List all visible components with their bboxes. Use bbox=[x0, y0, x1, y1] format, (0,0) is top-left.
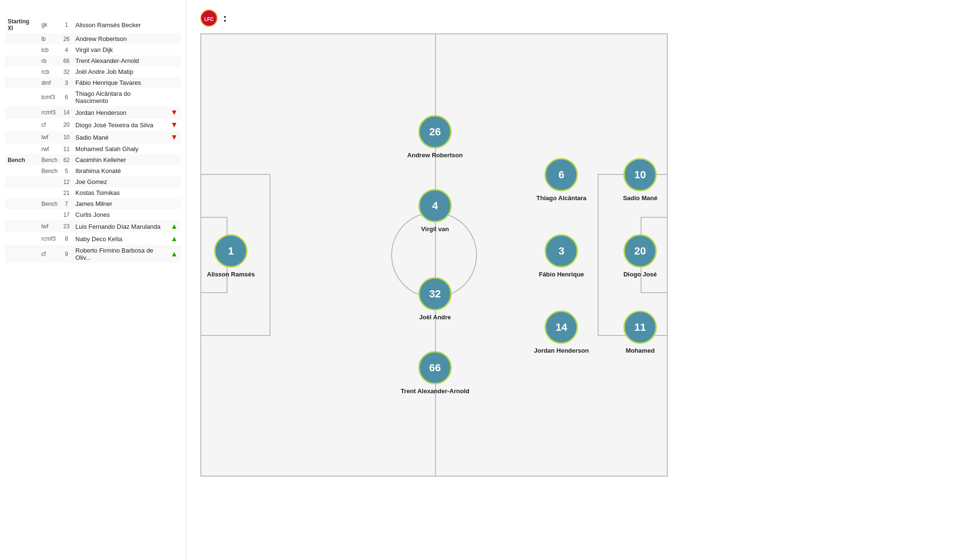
player-label-gk: Alisson Ramsés bbox=[207, 271, 255, 278]
player-label-rcmf3: Jordan Henderson bbox=[534, 347, 589, 354]
row-position: dmf bbox=[39, 77, 61, 88]
row-section bbox=[5, 55, 39, 66]
row-arrow: ▼ bbox=[167, 131, 181, 143]
row-player-name: Caoimhin Kelleher bbox=[73, 154, 167, 165]
row-number: 62 bbox=[61, 154, 73, 165]
row-player-name: Roberto Firmino Barbosa de Oliv... bbox=[73, 245, 167, 263]
club-badge: LFC bbox=[200, 10, 218, 27]
player-label-lcmf3: Thiago Alcântara bbox=[537, 194, 587, 202]
row-player-name: Luis Fernando Díaz Marulanda bbox=[73, 220, 167, 233]
row-arrow bbox=[167, 198, 181, 209]
right-panel: LFC : 1Alisson Ramsés26Andrew Robertson4… bbox=[186, 0, 954, 560]
player-circle-rcb: 32 bbox=[418, 277, 452, 311]
row-arrow: ▲ bbox=[167, 245, 181, 263]
player-label-cf: Diogo José bbox=[623, 271, 657, 278]
row-player-name: Ibrahima Konaté bbox=[73, 165, 167, 176]
player-node-gk: 1Alisson Ramsés bbox=[207, 234, 255, 278]
player-circle-rwf: 11 bbox=[623, 311, 657, 344]
row-section bbox=[5, 77, 39, 88]
player-node-rb: 66Trent Alexander-Arnold bbox=[401, 351, 469, 395]
row-arrow: ▲ bbox=[167, 233, 181, 245]
row-player-name: Virgil van Dijk bbox=[73, 44, 167, 55]
row-number: 32 bbox=[61, 66, 73, 77]
row-number: 9 bbox=[61, 245, 73, 263]
pitch: 1Alisson Ramsés26Andrew Robertson4Virgil… bbox=[200, 33, 668, 477]
player-label-rb: Trent Alexander-Arnold bbox=[401, 387, 469, 395]
row-section: Bench bbox=[5, 154, 39, 165]
player-label-lcb: Virgil van bbox=[421, 225, 449, 233]
row-number: 21 bbox=[61, 187, 73, 198]
row-number: 20 bbox=[61, 119, 73, 131]
player-node-lb: 26Andrew Robertson bbox=[407, 115, 463, 159]
row-arrow bbox=[167, 44, 181, 55]
player-circle-rb: 66 bbox=[418, 351, 452, 385]
arrow-down-icon: ▼ bbox=[170, 121, 178, 129]
player-label-lb: Andrew Robertson bbox=[407, 152, 463, 159]
row-section: Starting XI bbox=[5, 16, 39, 33]
player-node-lcb: 4Virgil van bbox=[418, 189, 452, 233]
row-position: Bench bbox=[39, 198, 61, 209]
row-section bbox=[5, 119, 39, 131]
row-arrow: ▲ bbox=[167, 220, 181, 233]
row-player-name: Naby Deco Keïta bbox=[73, 233, 167, 245]
lineup-table: Starting XIgk1Alisson Ramsés Beckerlb26A… bbox=[5, 16, 181, 263]
player-label-dmf: Fábio Henrique bbox=[539, 271, 584, 278]
row-number: 26 bbox=[61, 33, 73, 44]
arrow-down-icon: ▼ bbox=[170, 108, 178, 116]
row-arrow: ▼ bbox=[167, 106, 181, 119]
row-section bbox=[5, 88, 39, 106]
player-circle-rcmf3: 14 bbox=[545, 311, 578, 344]
arrow-up-icon: ▲ bbox=[170, 234, 178, 243]
row-player-name: Sadio Mané bbox=[73, 131, 167, 143]
row-position: rcmf3 bbox=[39, 106, 61, 119]
row-number: 6 bbox=[61, 88, 73, 106]
row-number: 7 bbox=[61, 198, 73, 209]
row-arrow bbox=[167, 77, 181, 88]
row-number: 3 bbox=[61, 77, 73, 88]
row-position: lwf bbox=[39, 131, 61, 143]
row-section bbox=[5, 106, 39, 119]
row-player-name: Fábio Henrique Tavares bbox=[73, 77, 167, 88]
player-node-rcb: 32Joël Andre bbox=[418, 277, 452, 321]
row-player-name: Joël Andre Job Matip bbox=[73, 66, 167, 77]
row-player-name: Thiago Alcântara do Nascimento bbox=[73, 88, 167, 106]
row-number: 14 bbox=[61, 106, 73, 119]
row-number: 23 bbox=[61, 220, 73, 233]
row-section bbox=[5, 187, 39, 198]
row-section bbox=[5, 165, 39, 176]
row-position bbox=[39, 187, 61, 198]
row-number: 10 bbox=[61, 131, 73, 143]
row-player-name: Mohamed Salah Ghaly bbox=[73, 143, 167, 154]
row-position: cf bbox=[39, 245, 61, 263]
row-position: lwf bbox=[39, 220, 61, 233]
row-section bbox=[5, 220, 39, 233]
row-number: 17 bbox=[61, 209, 73, 220]
row-number: 11 bbox=[61, 143, 73, 154]
row-position bbox=[39, 209, 61, 220]
row-position: lcmf3 bbox=[39, 88, 61, 106]
player-label-lwf: Sadio Mané bbox=[623, 194, 657, 202]
formation-header: LFC : bbox=[200, 10, 940, 27]
row-number: 4 bbox=[61, 44, 73, 55]
left-panel: Starting XIgk1Alisson Ramsés Beckerlb26A… bbox=[0, 0, 186, 560]
row-player-name: Kostas Tsimikas bbox=[73, 187, 167, 198]
arrow-up-icon: ▲ bbox=[170, 250, 178, 258]
row-player-name: Curtis Jones bbox=[73, 209, 167, 220]
player-node-rwf: 11Mohamed bbox=[623, 311, 657, 354]
row-player-name: Joe Gomez bbox=[73, 176, 167, 187]
row-number: 1 bbox=[61, 16, 73, 33]
row-section bbox=[5, 245, 39, 263]
formation-title: : bbox=[223, 12, 227, 24]
row-arrow bbox=[167, 143, 181, 154]
player-label-rwf: Mohamed bbox=[626, 347, 655, 354]
row-section bbox=[5, 198, 39, 209]
row-number: 66 bbox=[61, 55, 73, 66]
row-arrow bbox=[167, 16, 181, 33]
row-arrow bbox=[167, 66, 181, 77]
player-circle-lcmf3: 6 bbox=[545, 158, 578, 192]
row-position: rcmf3 bbox=[39, 233, 61, 245]
row-position: rb bbox=[39, 55, 61, 66]
player-node-lcmf3: 6Thiago Alcântara bbox=[537, 158, 587, 202]
row-number: 8 bbox=[61, 233, 73, 245]
row-section bbox=[5, 33, 39, 44]
